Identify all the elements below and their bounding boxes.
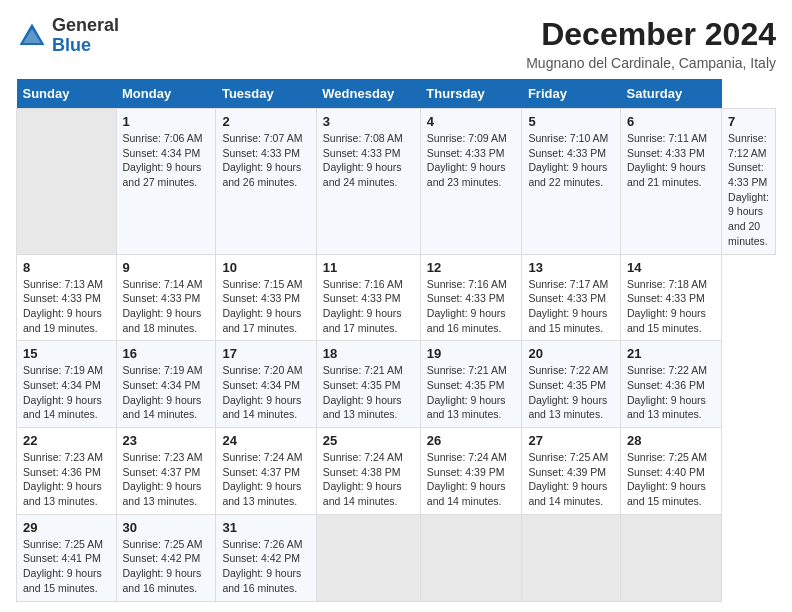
calendar-cell: 12Sunrise: 7:16 AMSunset: 4:33 PMDayligh…	[420, 254, 522, 341]
calendar-cell: 4Sunrise: 7:09 AMSunset: 4:33 PMDaylight…	[420, 109, 522, 255]
calendar-cell	[420, 514, 522, 601]
day-number: 6	[627, 114, 715, 129]
header-day-thursday: Thursday	[420, 79, 522, 109]
day-info: Sunrise: 7:23 AMSunset: 4:37 PMDaylight:…	[123, 450, 210, 509]
calendar-cell: 28Sunrise: 7:25 AMSunset: 4:40 PMDayligh…	[621, 428, 722, 515]
calendar-cell: 20Sunrise: 7:22 AMSunset: 4:35 PMDayligh…	[522, 341, 621, 428]
day-info: Sunrise: 7:06 AMSunset: 4:34 PMDaylight:…	[123, 131, 210, 190]
calendar-table: SundayMondayTuesdayWednesdayThursdayFrid…	[16, 79, 776, 602]
day-info: Sunrise: 7:09 AMSunset: 4:33 PMDaylight:…	[427, 131, 516, 190]
day-number: 30	[123, 520, 210, 535]
day-info: Sunrise: 7:24 AMSunset: 4:37 PMDaylight:…	[222, 450, 309, 509]
calendar-cell: 22Sunrise: 7:23 AMSunset: 4:36 PMDayligh…	[17, 428, 117, 515]
day-number: 4	[427, 114, 516, 129]
day-number: 26	[427, 433, 516, 448]
day-info: Sunrise: 7:24 AMSunset: 4:39 PMDaylight:…	[427, 450, 516, 509]
calendar-cell: 14Sunrise: 7:18 AMSunset: 4:33 PMDayligh…	[621, 254, 722, 341]
day-number: 19	[427, 346, 516, 361]
month-title: December 2024	[526, 16, 776, 53]
day-info: Sunrise: 7:25 AMSunset: 4:39 PMDaylight:…	[528, 450, 614, 509]
calendar-cell: 17Sunrise: 7:20 AMSunset: 4:34 PMDayligh…	[216, 341, 316, 428]
day-number: 7	[728, 114, 769, 129]
day-number: 29	[23, 520, 110, 535]
calendar-cell: 29Sunrise: 7:25 AMSunset: 4:41 PMDayligh…	[17, 514, 117, 601]
calendar-cell: 5Sunrise: 7:10 AMSunset: 4:33 PMDaylight…	[522, 109, 621, 255]
day-number: 11	[323, 260, 414, 275]
calendar-cell: 9Sunrise: 7:14 AMSunset: 4:33 PMDaylight…	[116, 254, 216, 341]
day-info: Sunrise: 7:16 AMSunset: 4:33 PMDaylight:…	[323, 277, 414, 336]
day-number: 2	[222, 114, 309, 129]
header-day-friday: Friday	[522, 79, 621, 109]
day-info: Sunrise: 7:25 AMSunset: 4:41 PMDaylight:…	[23, 537, 110, 596]
day-info: Sunrise: 7:21 AMSunset: 4:35 PMDaylight:…	[323, 363, 414, 422]
day-number: 5	[528, 114, 614, 129]
header-day-tuesday: Tuesday	[216, 79, 316, 109]
calendar-cell	[316, 514, 420, 601]
calendar-week-4: 22Sunrise: 7:23 AMSunset: 4:36 PMDayligh…	[17, 428, 776, 515]
day-info: Sunrise: 7:20 AMSunset: 4:34 PMDaylight:…	[222, 363, 309, 422]
day-info: Sunrise: 7:25 AMSunset: 4:40 PMDaylight:…	[627, 450, 715, 509]
day-info: Sunrise: 7:11 AMSunset: 4:33 PMDaylight:…	[627, 131, 715, 190]
location: Mugnano del Cardinale, Campania, Italy	[526, 55, 776, 71]
calendar-cell: 2Sunrise: 7:07 AMSunset: 4:33 PMDaylight…	[216, 109, 316, 255]
day-info: Sunrise: 7:19 AMSunset: 4:34 PMDaylight:…	[123, 363, 210, 422]
day-info: Sunrise: 7:18 AMSunset: 4:33 PMDaylight:…	[627, 277, 715, 336]
calendar-cell: 23Sunrise: 7:23 AMSunset: 4:37 PMDayligh…	[116, 428, 216, 515]
calendar-header-row: SundayMondayTuesdayWednesdayThursdayFrid…	[17, 79, 776, 109]
header-day-wednesday: Wednesday	[316, 79, 420, 109]
day-number: 16	[123, 346, 210, 361]
day-info: Sunrise: 7:24 AMSunset: 4:38 PMDaylight:…	[323, 450, 414, 509]
calendar-cell: 16Sunrise: 7:19 AMSunset: 4:34 PMDayligh…	[116, 341, 216, 428]
title-block: December 2024 Mugnano del Cardinale, Cam…	[526, 16, 776, 71]
day-info: Sunrise: 7:23 AMSunset: 4:36 PMDaylight:…	[23, 450, 110, 509]
day-number: 12	[427, 260, 516, 275]
logo-icon	[16, 20, 48, 52]
day-info: Sunrise: 7:22 AMSunset: 4:35 PMDaylight:…	[528, 363, 614, 422]
calendar-cell: 21Sunrise: 7:22 AMSunset: 4:36 PMDayligh…	[621, 341, 722, 428]
calendar-cell: 18Sunrise: 7:21 AMSunset: 4:35 PMDayligh…	[316, 341, 420, 428]
day-number: 18	[323, 346, 414, 361]
calendar-cell: 24Sunrise: 7:24 AMSunset: 4:37 PMDayligh…	[216, 428, 316, 515]
day-number: 3	[323, 114, 414, 129]
day-info: Sunrise: 7:22 AMSunset: 4:36 PMDaylight:…	[627, 363, 715, 422]
calendar-cell: 10Sunrise: 7:15 AMSunset: 4:33 PMDayligh…	[216, 254, 316, 341]
day-info: Sunrise: 7:25 AMSunset: 4:42 PMDaylight:…	[123, 537, 210, 596]
day-number: 20	[528, 346, 614, 361]
page-header: General Blue December 2024 Mugnano del C…	[16, 16, 776, 71]
day-number: 27	[528, 433, 614, 448]
day-number: 8	[23, 260, 110, 275]
day-number: 28	[627, 433, 715, 448]
day-info: Sunrise: 7:14 AMSunset: 4:33 PMDaylight:…	[123, 277, 210, 336]
calendar-body: 1Sunrise: 7:06 AMSunset: 4:34 PMDaylight…	[17, 109, 776, 602]
header-day-sunday: Sunday	[17, 79, 117, 109]
calendar-cell: 25Sunrise: 7:24 AMSunset: 4:38 PMDayligh…	[316, 428, 420, 515]
day-number: 13	[528, 260, 614, 275]
calendar-cell: 11Sunrise: 7:16 AMSunset: 4:33 PMDayligh…	[316, 254, 420, 341]
day-number: 15	[23, 346, 110, 361]
calendar-cell: 6Sunrise: 7:11 AMSunset: 4:33 PMDaylight…	[621, 109, 722, 255]
day-number: 21	[627, 346, 715, 361]
calendar-cell	[17, 109, 117, 255]
calendar-cell: 7Sunrise: 7:12 AMSunset: 4:33 PMDaylight…	[722, 109, 776, 255]
day-info: Sunrise: 7:08 AMSunset: 4:33 PMDaylight:…	[323, 131, 414, 190]
day-info: Sunrise: 7:15 AMSunset: 4:33 PMDaylight:…	[222, 277, 309, 336]
calendar-cell: 3Sunrise: 7:08 AMSunset: 4:33 PMDaylight…	[316, 109, 420, 255]
day-info: Sunrise: 7:21 AMSunset: 4:35 PMDaylight:…	[427, 363, 516, 422]
calendar-cell: 13Sunrise: 7:17 AMSunset: 4:33 PMDayligh…	[522, 254, 621, 341]
header-day-monday: Monday	[116, 79, 216, 109]
calendar-cell: 8Sunrise: 7:13 AMSunset: 4:33 PMDaylight…	[17, 254, 117, 341]
logo-text: General Blue	[52, 16, 119, 56]
day-number: 9	[123, 260, 210, 275]
calendar-cell	[522, 514, 621, 601]
calendar-cell: 31Sunrise: 7:26 AMSunset: 4:42 PMDayligh…	[216, 514, 316, 601]
calendar-cell: 26Sunrise: 7:24 AMSunset: 4:39 PMDayligh…	[420, 428, 522, 515]
day-info: Sunrise: 7:26 AMSunset: 4:42 PMDaylight:…	[222, 537, 309, 596]
day-info: Sunrise: 7:12 AMSunset: 4:33 PMDaylight:…	[728, 131, 769, 249]
calendar-cell: 27Sunrise: 7:25 AMSunset: 4:39 PMDayligh…	[522, 428, 621, 515]
day-number: 22	[23, 433, 110, 448]
calendar-cell: 15Sunrise: 7:19 AMSunset: 4:34 PMDayligh…	[17, 341, 117, 428]
day-info: Sunrise: 7:17 AMSunset: 4:33 PMDaylight:…	[528, 277, 614, 336]
logo: General Blue	[16, 16, 119, 56]
calendar-cell: 30Sunrise: 7:25 AMSunset: 4:42 PMDayligh…	[116, 514, 216, 601]
day-number: 31	[222, 520, 309, 535]
